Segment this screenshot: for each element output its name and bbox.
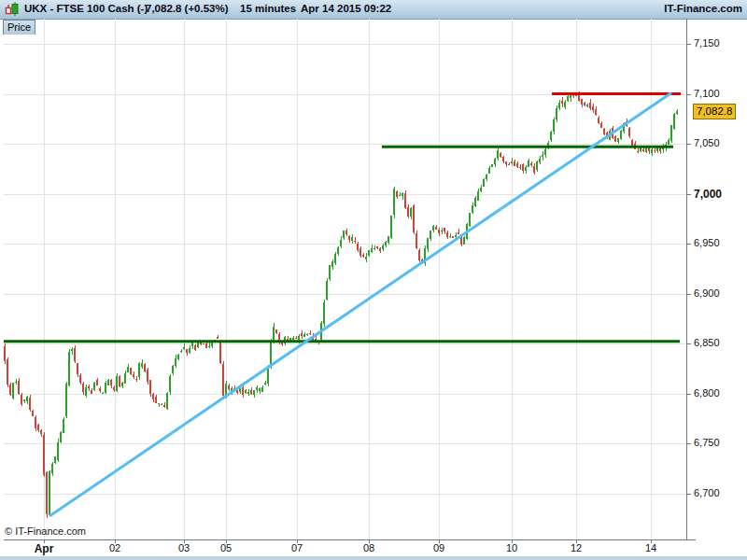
x-axis-tick-label: 14 bbox=[645, 542, 656, 553]
y-axis-tick-label: 6,750 bbox=[694, 437, 720, 448]
y-axis-tick-label: 6,850 bbox=[694, 337, 720, 348]
y-axis-tick-label: 7,050 bbox=[694, 137, 720, 148]
x-axis-tick-label: 09 bbox=[433, 542, 444, 553]
candlesticks bbox=[4, 91, 678, 518]
drawn-analysis-lines bbox=[4, 92, 681, 516]
x-axis-tick-label: 08 bbox=[363, 542, 374, 553]
y-axis-tick-label: 6,700 bbox=[694, 487, 720, 498]
y-axis-tick-label: 7,150 bbox=[694, 37, 720, 49]
chart-window: UKX - FTSE 100 Cash (-) 7,082.8 (+0.53%)… bbox=[0, 0, 747, 560]
y-axis-tick-label: 6,900 bbox=[694, 287, 720, 299]
x-axis-tick-label: Apr bbox=[35, 542, 54, 555]
x-axis-tick-label: 10 bbox=[506, 542, 517, 553]
x-axis-tick-label: 12 bbox=[571, 542, 582, 553]
window-bottom-border bbox=[0, 556, 747, 560]
current-price-tag: 7,082.8 bbox=[693, 104, 736, 119]
copyright-watermark: © IT-Finance.com bbox=[5, 525, 86, 537]
axes bbox=[4, 19, 696, 543]
y-axis-tick-label: 6,950 bbox=[694, 237, 720, 248]
x-axis-tick-label: 05 bbox=[220, 542, 232, 553]
price-chart-plot-area[interactable] bbox=[0, 0, 747, 560]
y-axis-tick-label: 7,100 bbox=[694, 88, 720, 99]
gridlines bbox=[4, 19, 686, 539]
x-axis-tick-label: 02 bbox=[109, 542, 120, 553]
y-axis-tick-label: 7,000 bbox=[694, 188, 722, 201]
y-axis-tick-label: 6,800 bbox=[694, 387, 720, 399]
x-axis-tick-label: 07 bbox=[291, 542, 303, 553]
x-axis-tick-label: 03 bbox=[178, 542, 190, 553]
